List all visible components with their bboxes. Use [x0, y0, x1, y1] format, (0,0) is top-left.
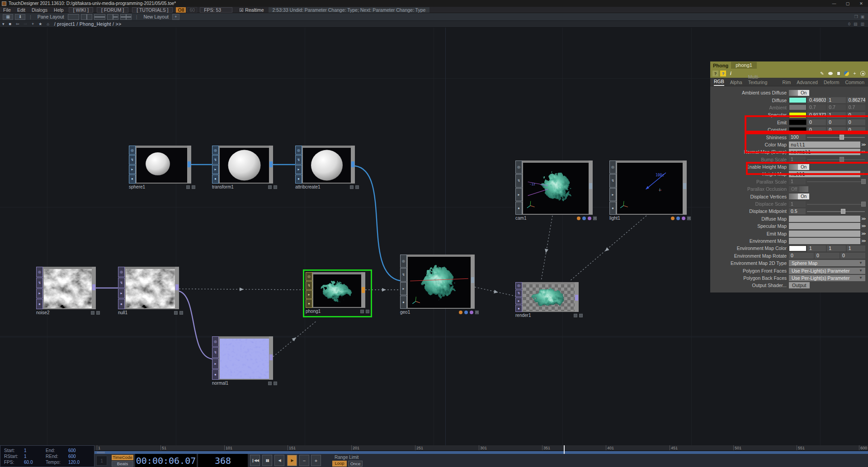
node-viewer[interactable]: [522, 282, 575, 312]
minimize-button[interactable]: —: [827, 1, 841, 6]
bypass-flag-icon[interactable]: ↯: [400, 268, 407, 281]
footer-dot[interactable]: [459, 311, 462, 314]
loop-button[interactable]: Loop: [332, 461, 347, 467]
link-button[interactable]: [ FORUM ]: [97, 7, 128, 13]
environment-map-2d-type-dropdown[interactable]: Sphere Map▼: [789, 260, 865, 266]
output-connector[interactable]: [683, 183, 686, 189]
node-name-label[interactable]: transform1: [212, 184, 234, 189]
footer-flag[interactable]: [268, 185, 272, 189]
bypass-flag-icon[interactable]: ↯: [212, 347, 219, 358]
environment-map-color-value-1[interactable]: 1: [827, 245, 845, 251]
diffuse-value-2[interactable]: 0.86274: [847, 97, 865, 103]
node-output-bar[interactable]: [351, 146, 355, 184]
node-render1[interactable]: ◎↯▸●: [515, 282, 579, 312]
play-button[interactable]: ▶: [287, 455, 297, 466]
footer-flag[interactable]: [186, 185, 190, 189]
emit-map-field[interactable]: [789, 231, 860, 237]
menu-edit[interactable]: Edit: [14, 7, 28, 13]
footer-flag[interactable]: [579, 314, 583, 317]
displace-scale-slider[interactable]: [807, 201, 865, 207]
node-viewer[interactable]: -1z: [522, 160, 589, 215]
parent-flag-icon[interactable]: ▸: [295, 165, 302, 174]
output-connector[interactable]: [589, 183, 592, 189]
footer-flag[interactable]: [350, 185, 354, 189]
viewer-flag-icon[interactable]: ◎: [36, 267, 43, 277]
fps-cap-toggle[interactable]: 60: [187, 7, 197, 13]
viewer-flag-icon[interactable]: ◎: [306, 272, 312, 281]
python-help-icon[interactable]: ?: [720, 71, 726, 76]
node-name-label[interactable]: phong1: [306, 309, 321, 314]
node-viewer[interactable]: [407, 255, 471, 309]
ambient-value-1[interactable]: 0.7: [827, 104, 845, 110]
output-connector[interactable]: [269, 161, 273, 167]
comment-bubble-icon[interactable]: [827, 71, 833, 76]
environment-map-expand-icon[interactable]: >>: [861, 239, 865, 243]
jump-start-button[interactable]: ❙◀◀: [250, 455, 260, 466]
node-viewer[interactable]: [219, 336, 269, 380]
playhead[interactable]: [564, 445, 565, 454]
node-output-bar[interactable]: [471, 255, 475, 309]
lock-flag-icon[interactable]: ●: [129, 175, 136, 184]
parent-flag-icon[interactable]: ▸: [129, 165, 136, 174]
viewer-flag-icon[interactable]: ◎: [400, 255, 407, 268]
once-button[interactable]: Once: [348, 461, 363, 467]
polygon-back-faces-dropdown[interactable]: Use Per-Light(s) Parameter▼: [789, 275, 865, 281]
node-transform1[interactable]: ◎↯▸●: [212, 146, 273, 184]
ambient-uses-diffuse-toggle[interactable]: On: [789, 90, 809, 96]
back-icon[interactable]: ⇦: [16, 22, 19, 26]
frame-back-button[interactable]: −: [299, 455, 309, 466]
footer-flag[interactable]: [179, 311, 183, 315]
parallax-scale-value[interactable]: 1: [789, 179, 806, 184]
timecode-mode-button[interactable]: TimeCode: [112, 455, 133, 460]
environment-map-field[interactable]: [789, 238, 860, 244]
layout-split-h-button[interactable]: [94, 14, 105, 20]
network-editor[interactable]: Phong phong1 ??i ✎+ RGBAlphaMulti-Textur…: [0, 28, 868, 445]
bypass-flag-icon[interactable]: ↯: [515, 174, 522, 187]
bypass-flag-icon[interactable]: ↯: [118, 278, 125, 288]
node-viewer[interactable]: [125, 267, 175, 309]
footer-dot[interactable]: [577, 217, 580, 220]
node-name-label[interactable]: attribcreate1: [295, 184, 321, 189]
environment-map-rotate-value-2[interactable]: 0: [840, 253, 865, 259]
lock-flag-icon[interactable]: ●: [212, 175, 219, 184]
output-connector[interactable]: [471, 277, 474, 283]
ambient-value-0[interactable]: 0.7: [807, 104, 826, 110]
tab-alpha[interactable]: Alpha: [730, 80, 742, 86]
diffuse-value-1[interactable]: 1: [827, 97, 845, 103]
floating-window-icon[interactable]: ❒: [854, 14, 858, 19]
node-name-label[interactable]: light1: [609, 216, 620, 221]
footer-dot[interactable]: [582, 217, 586, 220]
node-output-bar[interactable]: [175, 267, 179, 309]
node-output-bar[interactable]: [187, 146, 191, 184]
forward-icon[interactable]: ⇨: [24, 22, 28, 26]
footer-dot[interactable]: [671, 217, 675, 220]
node-sphere1[interactable]: ◎↯▸●: [129, 146, 191, 184]
displace-midpoint-slider[interactable]: [807, 208, 865, 214]
performance-icon[interactable]: ▣: [860, 14, 864, 19]
viewer-flag-icon[interactable]: ◎: [212, 146, 219, 155]
add-bookmark-icon[interactable]: +: [32, 22, 34, 26]
node-normal1[interactable]: ◎↯▸●: [212, 336, 273, 380]
diffuse-color-swatch[interactable]: [789, 97, 807, 103]
viewer-flag-icon[interactable]: ◎: [129, 146, 136, 155]
parent-flag-icon[interactable]: ▸: [515, 297, 522, 305]
node-output-bar[interactable]: [361, 272, 365, 308]
menu-dialogs[interactable]: Dialogs: [28, 7, 51, 13]
node-null1[interactable]: ◎↯▸●: [118, 267, 179, 309]
footer-flag[interactable]: [174, 311, 178, 315]
diffuse-value-0[interactable]: 0.49803: [807, 97, 826, 103]
node-viewer[interactable]: [219, 146, 269, 184]
displace-midpoint-value[interactable]: 0.5: [789, 208, 806, 214]
parallax-scale-slider[interactable]: [807, 179, 865, 184]
menu-file[interactable]: File: [0, 7, 14, 13]
pause-button[interactable]: ▮▮: [262, 455, 272, 466]
output-connector[interactable]: [175, 284, 179, 290]
output-connector[interactable]: [351, 161, 354, 167]
bypass-flag-icon[interactable]: ↯: [295, 155, 302, 164]
breadcrumb[interactable]: / project1 / Phong_Height / >>: [54, 21, 122, 27]
output-connector[interactable]: [92, 284, 95, 290]
footer-add-flag[interactable]: +: [687, 217, 691, 220]
tab-deform[interactable]: Deform: [824, 80, 839, 86]
parent-flag-icon[interactable]: ▸: [212, 359, 219, 369]
bypass-flag-icon[interactable]: ↯: [36, 278, 43, 288]
